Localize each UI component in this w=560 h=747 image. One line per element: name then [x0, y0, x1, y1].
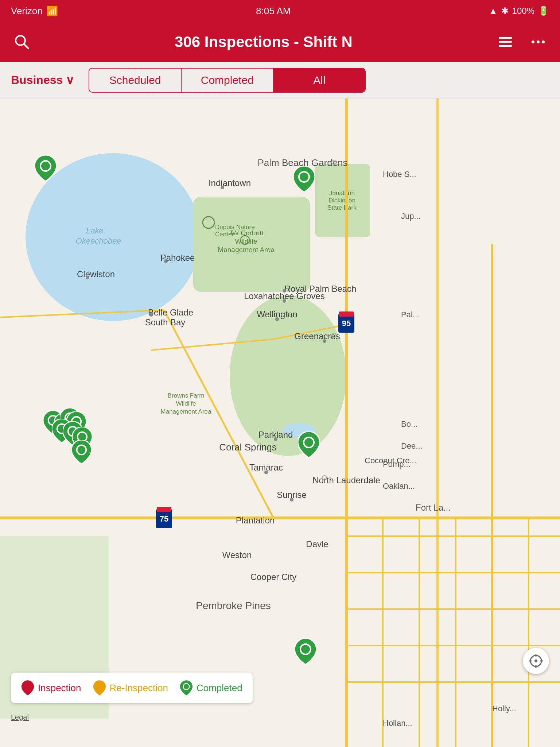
svg-text:Clewiston: Clewiston [77, 269, 115, 279]
svg-point-76 [290, 498, 293, 502]
header-actions [494, 34, 549, 50]
svg-text:Dee...: Dee... [401, 441, 423, 450]
svg-text:Lake: Lake [86, 226, 104, 235]
svg-rect-84 [339, 311, 354, 317]
svg-text:State Park: State Park [327, 204, 357, 211]
status-left: Verizon 📶 [11, 5, 58, 17]
legend-completed: Completed [180, 680, 242, 696]
svg-text:Jup...: Jup... [401, 212, 421, 221]
svg-text:Okeechobee: Okeechobee [76, 236, 121, 245]
svg-text:Pembroke Pines: Pembroke Pines [196, 600, 271, 611]
legend-reinspection-label: Re-Inspection [110, 682, 168, 694]
svg-text:Pal...: Pal... [401, 310, 419, 319]
svg-point-63 [275, 317, 279, 321]
svg-text:Holly...: Holly... [492, 704, 516, 713]
svg-rect-4 [499, 45, 512, 47]
tab-all[interactable]: All [274, 69, 365, 92]
status-bar: Verizon 📶 8:05 AM ▲ ✱ 100% 🔋 [0, 0, 560, 22]
status-time: 8:05 AM [256, 5, 291, 17]
svg-point-67 [323, 339, 326, 343]
tab-all-label: All [313, 74, 325, 86]
map-pin-pembroke[interactable] [295, 638, 316, 665]
svg-text:Fort La...: Fort La... [416, 503, 451, 512]
map-container[interactable]: Lake Okeechobee JW Corbett Wildlife Mana… [0, 98, 560, 747]
svg-point-65 [283, 289, 286, 293]
app-header: 306 Inspections - Shift N [0, 22, 560, 62]
svg-text:Browns Farm: Browns Farm [167, 392, 204, 399]
svg-text:South Bay: South Bay [145, 317, 186, 327]
svg-point-8 [532, 40, 534, 43]
view-tabs: Scheduled Completed All [89, 68, 366, 93]
svg-text:Greenacres: Greenacres [294, 331, 340, 341]
map-pin-1[interactable] [35, 155, 57, 181]
svg-point-54 [164, 259, 168, 263]
svg-text:Davie: Davie [306, 539, 328, 549]
svg-text:Coral Springs: Coral Springs [219, 442, 277, 453]
svg-rect-3 [499, 41, 512, 43]
svg-text:Dickinson: Dickinson [328, 197, 355, 204]
map-legend: Inspection Re-Inspection Completed [11, 673, 253, 703]
svg-text:75: 75 [160, 514, 168, 523]
tab-completed[interactable]: Completed [182, 69, 274, 92]
carrier-text: Verizon [11, 5, 43, 17]
filter-bar: Business ∨ Scheduled Completed All [0, 62, 560, 98]
svg-rect-6 [499, 41, 501, 43]
search-button[interactable] [11, 34, 33, 50]
svg-text:Jonathan: Jonathan [329, 190, 355, 197]
legend-reinspection: Re-Inspection [93, 680, 168, 696]
svg-point-52 [221, 186, 224, 189]
svg-text:Coconut Cre...: Coconut Cre... [365, 456, 416, 465]
svg-text:Plantation: Plantation [236, 515, 275, 525]
svg-rect-5 [499, 37, 501, 39]
svg-point-73 [264, 471, 268, 474]
legend-inspection: Inspection [21, 680, 81, 696]
legend-inspection-label: Inspection [38, 682, 81, 694]
svg-text:Bo...: Bo... [401, 419, 417, 429]
more-options-button[interactable] [527, 34, 549, 50]
map-pin-cluster-8[interactable] [71, 440, 92, 464]
chevron-down-icon: ∨ [66, 73, 74, 87]
tab-completed-label: Completed [201, 74, 254, 86]
legend-completed-label: Completed [197, 682, 242, 694]
battery-icon: 🔋 [538, 6, 549, 16]
svg-rect-2 [499, 37, 512, 39]
svg-point-10 [542, 40, 545, 43]
tab-scheduled[interactable]: Scheduled [89, 69, 182, 92]
svg-text:Hollan...: Hollan... [383, 719, 412, 728]
svg-line-1 [24, 44, 28, 49]
svg-rect-87 [157, 507, 171, 512]
svg-rect-7 [499, 45, 501, 47]
svg-text:Dupuis Nature: Dupuis Nature [215, 224, 255, 231]
tab-scheduled-label: Scheduled [109, 74, 161, 86]
svg-point-70 [274, 437, 277, 441]
svg-text:Center: Center [215, 231, 234, 238]
map-pin-coral-springs[interactable] [298, 431, 320, 458]
svg-text:Belle Glade: Belle Glade [148, 307, 193, 317]
svg-text:Weston: Weston [222, 550, 252, 560]
svg-point-59 [149, 313, 153, 317]
svg-text:Royal Palm Beach: Royal Palm Beach [284, 284, 356, 294]
svg-text:95: 95 [342, 319, 351, 328]
svg-point-61 [283, 299, 286, 303]
legal-text[interactable]: Legal [11, 713, 29, 721]
svg-text:Wildlife: Wildlife [176, 400, 196, 407]
status-right: ▲ ✱ 100% 🔋 [489, 6, 549, 16]
wifi-icon: 📶 [46, 5, 58, 17]
business-label: Business [11, 73, 63, 87]
svg-point-9 [537, 40, 540, 43]
bluetooth-icon: ✱ [501, 6, 509, 16]
svg-text:Indiantown: Indiantown [209, 178, 251, 188]
location-icon: ▲ [489, 6, 498, 16]
list-view-button[interactable] [494, 34, 516, 50]
battery-text: 100% [512, 6, 534, 16]
svg-text:Cooper City: Cooper City [250, 572, 297, 582]
svg-text:Management Area: Management Area [161, 408, 211, 415]
svg-point-116 [534, 659, 537, 662]
my-location-button[interactable] [523, 648, 549, 674]
svg-text:Oaklan...: Oaklan... [383, 481, 415, 491]
page-title: 306 Inspections - Shift N [33, 33, 494, 51]
svg-point-56 [86, 276, 89, 279]
map-pin-2[interactable] [293, 166, 315, 192]
business-filter-button[interactable]: Business ∨ [11, 73, 74, 87]
svg-text:Hobe S...: Hobe S... [383, 170, 416, 179]
